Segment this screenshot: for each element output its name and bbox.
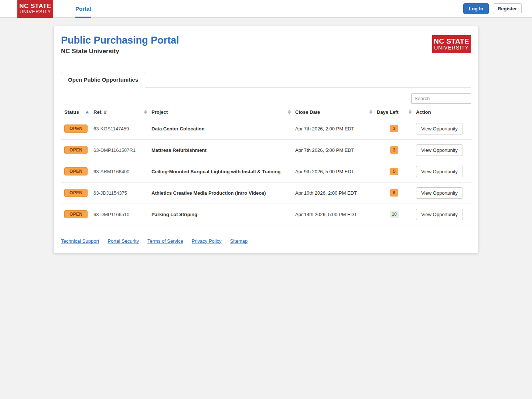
sort-ascending-icon [85,111,89,113]
project-name: Ceiling-Mounted Surgical Lighting with I… [151,161,295,182]
footer-links: Technical Support Portal Security Terms … [61,238,471,244]
ref-number: 63-ARM1166400 [93,161,151,182]
close-date: Apr 7th 2026, 2:00 PM EDT [295,118,377,139]
view-opportunity-button[interactable]: View Opportunity [416,166,463,177]
ncstate-logo[interactable]: NC STATE UNIVERSITY [17,0,53,18]
days-left-badge: 3 [390,146,398,154]
table-row: OPEN 63-JDJ1154375 Athletics Creative Me… [61,182,472,204]
status-badge: OPEN [64,210,88,218]
status-badge: OPEN [64,189,88,197]
sort-toggle-icon [288,110,291,114]
portal-card: Public Purchasing Portal NC State Univer… [53,26,479,253]
table-row: OPEN 63-DMP1166510 Parking Lot Striping … [61,204,472,225]
ref-number: 63-JDJ1154375 [93,182,151,204]
status-badge: OPEN [64,125,88,133]
register-button[interactable]: Register [493,3,522,14]
col-header-project[interactable]: Project [151,106,295,118]
days-left-badge: 3 [390,125,398,132]
col-header-days-left[interactable]: Days Left [377,106,416,118]
close-date: Apr 14th 2026, 5:00 PM EDT [295,204,377,225]
tab-open-public-opportunities[interactable]: Open Public Opportunities [61,72,145,88]
close-date: Apr 9th 2026, 5:00 PM EDT [295,161,377,182]
days-left-badge: 6 [390,189,398,197]
logo-line1: NC STATE [19,3,51,10]
table-header-row: Status Ref. # Project [61,106,472,118]
close-date: Apr 10th 2026, 2:00 PM EDT [295,182,377,204]
col-label-ref: Ref. # [93,109,106,115]
link-portal-security[interactable]: Portal Security [108,238,139,244]
ncstate-logo-card: NC STATE UNIVERSITY [432,35,471,53]
col-label-days-left: Days Left [377,109,399,115]
view-opportunity-button[interactable]: View Opportunity [416,187,463,199]
ref-number: 63-DMP1161507R1 [93,139,151,161]
project-name: Athletics Creative Media Production (Int… [151,182,295,204]
col-label-status: Status [64,109,79,115]
status-badge: OPEN [64,167,88,175]
logo-line1: NC STATE [434,38,469,45]
view-opportunity-button[interactable]: View Opportunity [416,209,463,220]
col-label-project: Project [151,109,168,115]
login-button[interactable]: Log In [463,3,489,14]
view-opportunity-button[interactable]: View Opportunity [416,123,463,134]
col-header-ref[interactable]: Ref. # [93,106,151,118]
col-header-close-date[interactable]: Close Date [295,106,377,118]
project-name: Data Center Colocation [151,118,295,139]
table-row: OPEN 63-KGS1147459 Data Center Colocatio… [61,118,472,139]
link-sitemap[interactable]: Sitemap [230,238,248,244]
link-privacy-policy[interactable]: Privacy Policy [192,238,222,244]
search-row [61,93,471,104]
sort-toggle-icon [409,110,412,114]
view-opportunity-button[interactable]: View Opportunity [416,144,463,156]
card-titles: Public Purchasing Portal NC State Univer… [61,35,179,55]
days-left-badge: 5 [390,168,398,175]
nav-actions: Log In Register [463,3,522,14]
opportunities-table: Status Ref. # Project [61,106,472,225]
nav-item-portal[interactable]: Portal [75,0,91,18]
close-date: Apr 7th 2026, 5:00 PM EDT [295,139,377,161]
project-name: Parking Lot Striping [151,204,295,225]
table-row: OPEN 63-ARM1166400 Ceiling-Mounted Surgi… [61,161,472,182]
col-header-status[interactable]: Status [61,106,93,118]
ref-number: 63-KGS1147459 [93,118,151,139]
page-subtitle: NC State University [61,48,179,55]
ref-number: 63-DMP1166510 [93,204,151,225]
table-row: OPEN 63-DMP1161507R1 Mattress Refurbishm… [61,139,472,161]
col-label-action: Action [416,109,431,115]
project-name: Mattress Refurbishment [151,139,295,161]
logo-line2: UNIVERSITY [434,45,469,51]
link-technical-support[interactable]: Technical Support [61,238,99,244]
status-badge: OPEN [64,146,88,154]
logo-line2: UNIVERSITY [20,10,51,14]
top-navbar: NC STATE UNIVERSITY Portal Log In Regist… [0,0,532,18]
search-input[interactable] [411,93,471,104]
col-header-action: Action [416,106,472,118]
card-header: Public Purchasing Portal NC State Univer… [61,35,471,55]
tab-bar: Open Public Opportunities [61,72,471,88]
col-label-close-date: Close Date [295,109,320,115]
link-terms-of-service[interactable]: Terms of Service [147,238,183,244]
page-title: Public Purchasing Portal [61,35,179,46]
sort-toggle-icon [369,110,372,114]
sort-toggle-icon [144,110,147,114]
days-left-badge: 10 [390,211,398,218]
